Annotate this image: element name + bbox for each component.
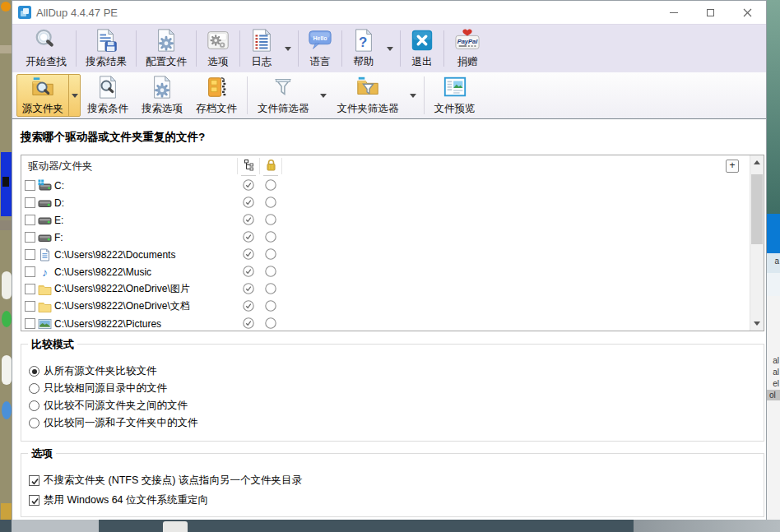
- compare-option[interactable]: 从所有源文件夹比较文件: [29, 363, 157, 380]
- toolbar-separator: [341, 30, 342, 67]
- folder-path: C:\Users\98222\Pictures: [54, 318, 161, 330]
- file-filter-tab[interactable]: 文件筛选器: [251, 73, 316, 118]
- column-divider: [281, 158, 282, 174]
- recurse-enabled-icon[interactable]: [243, 300, 254, 312]
- recurse-enabled-icon[interactable]: [243, 266, 254, 277]
- archive-files-tab[interactable]: 存档文件: [189, 73, 244, 118]
- options-button[interactable]: 选项: [199, 26, 237, 71]
- folder-row[interactable]: C:\Users\98222\Documents: [21, 246, 745, 263]
- checkbox-checked-icon[interactable]: [29, 475, 39, 486]
- checkbox-checked-icon[interactable]: [29, 495, 39, 506]
- bg-text-fragment: al: [773, 367, 779, 377]
- file-preview-tab[interactable]: 文件预览: [428, 73, 482, 118]
- source-folders-dropdown-arrow-icon[interactable]: [68, 75, 80, 116]
- window-title: AllDup 4.4.47 PE: [36, 7, 655, 19]
- search-options-icon: [150, 75, 174, 99]
- protect-disabled-icon[interactable]: [265, 214, 276, 225]
- row-checkbox[interactable]: [25, 284, 35, 294]
- folder-path: C:: [54, 180, 64, 192]
- row-checkbox[interactable]: [25, 266, 35, 277]
- exit-icon: [410, 28, 434, 53]
- compare-option[interactable]: 只比较相同源目录中的文件: [29, 380, 167, 397]
- recurse-enabled-icon[interactable]: [243, 214, 254, 225]
- folder-path: E:: [54, 215, 63, 226]
- toolbar-separator: [76, 30, 77, 67]
- row-checkbox[interactable]: [25, 301, 35, 312]
- folder-filter-dropdown-arrow-icon[interactable]: [410, 94, 416, 98]
- protect-disabled-icon[interactable]: [265, 248, 276, 260]
- recurse-enabled-icon[interactable]: [243, 231, 254, 243]
- recurse-enabled-icon[interactable]: [243, 283, 254, 294]
- folder-row[interactable]: C:\Users\98222\OneDrive\图片: [21, 280, 745, 298]
- folder-row[interactable]: C:\Users\98222\OneDrive\文档: [21, 298, 745, 315]
- scroll-down-icon[interactable]: [754, 322, 760, 326]
- vertical-scrollbar[interactable]: [750, 155, 764, 331]
- recurse-enabled-icon[interactable]: [243, 197, 254, 208]
- language-button[interactable]: Hello 语言: [301, 26, 339, 71]
- file-filter-dropdown-arrow-icon[interactable]: [320, 94, 327, 98]
- search-criteria-tab[interactable]: 搜索条件: [81, 73, 135, 118]
- row-checkbox[interactable]: [25, 197, 35, 208]
- column-header-folders[interactable]: 驱动器/文件夹: [28, 160, 92, 173]
- recurse-enabled-icon[interactable]: [243, 179, 254, 191]
- tab-label: 存档文件: [196, 102, 237, 116]
- log-dropdown-arrow-icon[interactable]: [285, 47, 291, 51]
- option-checkbox-row[interactable]: 禁用 Windows 64 位文件系统重定向: [29, 492, 208, 509]
- protect-disabled-icon[interactable]: [265, 197, 276, 208]
- search-options-tab[interactable]: 搜索选项: [135, 73, 189, 118]
- folder-row[interactable]: D:: [21, 194, 745, 211]
- row-checkbox[interactable]: [25, 318, 35, 329]
- protect-disabled-icon[interactable]: [265, 283, 276, 294]
- folder-row[interactable]: F:: [21, 229, 745, 246]
- row-checkbox[interactable]: [25, 249, 35, 260]
- profiles-button[interactable]: 配置文件: [139, 26, 193, 71]
- source-folders-tab-selected[interactable]: 源文件夹: [16, 74, 81, 117]
- radio-icon[interactable]: [29, 418, 39, 428]
- row-checkbox[interactable]: [25, 215, 35, 225]
- radio-icon[interactable]: [29, 400, 39, 411]
- column-divider: [259, 158, 260, 174]
- folder-filter-tab[interactable]: 文件夹筛选器: [331, 73, 406, 118]
- radio-icon[interactable]: [29, 383, 39, 394]
- button-label: 帮助: [354, 55, 374, 69]
- svg-text:?: ?: [359, 35, 367, 50]
- search-results-button[interactable]: 搜索结果: [79, 26, 133, 71]
- donate-button[interactable]: PayPal 捐赠: [447, 26, 488, 71]
- recurse-enabled-icon[interactable]: [243, 317, 254, 329]
- protect-disabled-icon[interactable]: [265, 300, 276, 312]
- column-divider: [237, 158, 238, 174]
- lock-icon[interactable]: [266, 159, 276, 171]
- protect-disabled-icon[interactable]: [265, 179, 276, 191]
- start-search-button[interactable]: 开始查找: [19, 26, 73, 71]
- maximize-button[interactable]: [692, 1, 729, 24]
- minimize-button[interactable]: [655, 1, 692, 24]
- profile-doc-icon: [154, 28, 179, 53]
- toolbar-separator: [196, 30, 197, 67]
- preview-icon: [443, 75, 467, 99]
- log-button[interactable]: 日志: [243, 26, 281, 71]
- add-folder-button[interactable]: +: [726, 160, 739, 173]
- recurse-subfolders-icon[interactable]: [244, 160, 254, 171]
- protect-disabled-icon[interactable]: [265, 231, 276, 243]
- compare-option[interactable]: 仅比较不同源文件夹之间的文件: [29, 397, 188, 414]
- page-title: 搜索哪个驱动器或文件夹重复的文件?: [21, 130, 205, 145]
- folder-row[interactable]: ♪ C:\Users\98222\Music: [21, 263, 745, 280]
- folder-path: C:\Users\98222\Documents: [54, 249, 175, 261]
- scrollbar-thumb[interactable]: [751, 174, 763, 244]
- folder-row[interactable]: E:: [21, 211, 745, 229]
- folder-row[interactable]: C:\Users\98222\Pictures: [21, 315, 745, 331]
- help-dropdown-arrow-icon[interactable]: [387, 47, 393, 51]
- folder-row[interactable]: C:: [21, 177, 745, 194]
- radio-selected-icon[interactable]: [29, 366, 39, 377]
- scroll-up-icon[interactable]: [754, 160, 760, 164]
- protect-disabled-icon[interactable]: [265, 317, 276, 329]
- close-button[interactable]: [729, 1, 766, 24]
- exit-button[interactable]: 退出: [403, 26, 441, 71]
- help-button[interactable]: ? 帮助: [345, 26, 383, 71]
- option-checkbox-row[interactable]: 不搜索文件夹 (NTFS 交接点) 该点指向另一个文件夹目录: [29, 472, 302, 489]
- recurse-enabled-icon[interactable]: [243, 248, 254, 260]
- row-checkbox[interactable]: [25, 180, 35, 191]
- protect-disabled-icon[interactable]: [265, 266, 276, 277]
- row-checkbox[interactable]: [25, 232, 35, 243]
- compare-option[interactable]: 仅比较同一源和子文件夹中的文件: [29, 414, 198, 432]
